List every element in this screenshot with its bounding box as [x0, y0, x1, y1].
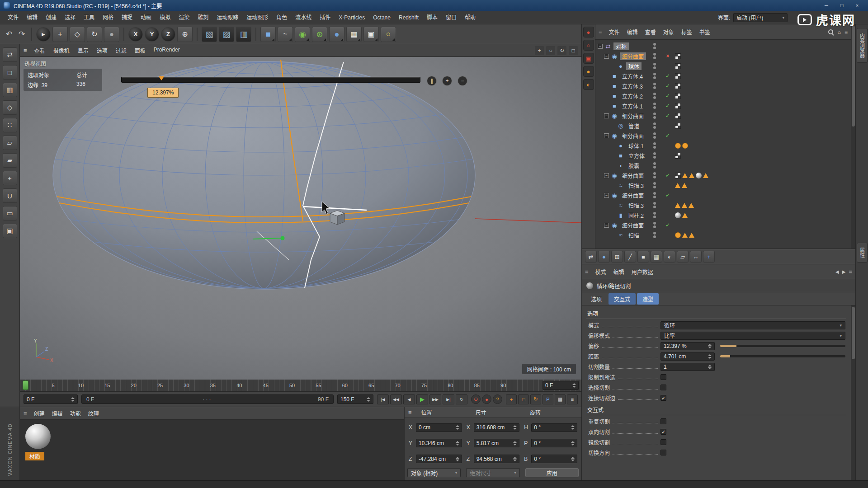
tree-row[interactable]: −◉细分曲面✓	[595, 220, 851, 230]
spinner[interactable]	[571, 383, 576, 388]
maximize-button[interactable]: □	[835, 1, 849, 10]
edges-mode-icon[interactable]: ▱	[3, 136, 17, 150]
expand-icon[interactable]: −	[604, 54, 609, 59]
menu-character[interactable]: 角色	[272, 11, 291, 24]
goto-prev-key-button[interactable]: ◀◀	[390, 394, 402, 404]
cut-offset-slider[interactable]	[121, 77, 420, 83]
checkbox[interactable]: ✓	[660, 395, 666, 401]
record-rotation-button[interactable]: ↻	[530, 394, 541, 404]
coord-value-field[interactable]: 5.817 cm	[474, 439, 520, 447]
menu-motion-tracker[interactable]: 运动跟踪	[212, 11, 242, 24]
current-frame-marker[interactable]	[23, 380, 28, 390]
play-button[interactable]: ▶	[416, 394, 428, 404]
record-position-button[interactable]: +	[506, 394, 517, 404]
tree-row[interactable]: ●球体	[595, 61, 851, 71]
checkbox[interactable]	[660, 374, 666, 380]
convert-selection-icon[interactable]: ⇄	[585, 251, 597, 263]
material-ball-icon[interactable]: ◐	[583, 79, 594, 90]
tri-tag-icon[interactable]	[682, 173, 688, 178]
viewport-canvas[interactable]: 透视视图 选取对象 总计 边缘 39 336 12.397% ∥ + − Y X	[20, 57, 581, 380]
coordinate-system-icon[interactable]: ⊕	[177, 27, 193, 42]
menu-render[interactable]: 渲染	[175, 11, 193, 24]
spinner[interactable]	[511, 457, 517, 461]
render-queue-icon[interactable]: ▥	[236, 27, 251, 42]
coord-value-field[interactable]: 0 °	[531, 455, 577, 463]
preview-range-slider[interactable]: 0 F ··· 90 F	[81, 394, 334, 404]
orange-dot-icon[interactable]: ●	[583, 66, 594, 77]
rotate-tool-icon[interactable]: ↻	[87, 27, 102, 42]
tri-tag-icon[interactable]	[682, 233, 688, 238]
half-sphere-icon[interactable]: ◐	[664, 251, 675, 263]
object-label[interactable]: 细分曲面	[620, 172, 646, 179]
tree-row[interactable]: ≈扫描.3	[595, 180, 851, 190]
primitive-cube-icon[interactable]: ■	[260, 27, 276, 42]
record-keyframe-button[interactable]: ⊙	[471, 394, 481, 404]
tab-modeling[interactable]: 造型	[637, 293, 659, 305]
visibility-dots[interactable]	[653, 212, 656, 218]
make-editable-icon[interactable]: ⇄	[3, 47, 17, 62]
spinner[interactable]	[706, 365, 712, 369]
panel-grip-icon[interactable]: ≡	[24, 410, 27, 417]
light-take-icon[interactable]: ○	[583, 40, 594, 51]
checkbox[interactable]	[660, 385, 666, 390]
tab-options[interactable]: 选项	[585, 293, 607, 305]
checker-tag-icon[interactable]	[675, 93, 681, 99]
menu-plugins[interactable]: 插件	[316, 11, 335, 24]
offset-mode-dropdown[interactable]: 比率 ▾	[660, 332, 845, 340]
visibility-dots[interactable]	[653, 182, 656, 188]
vp-menu-prorender[interactable]: ProRender	[150, 47, 184, 54]
checker-tag-icon[interactable]	[675, 173, 681, 178]
tree-row[interactable]: ◖胶囊	[595, 160, 851, 170]
menu-tools[interactable]: 工具	[80, 11, 99, 24]
workplane-icon[interactable]: ▭	[3, 206, 17, 221]
viewport-3d-scene[interactable]	[20, 57, 581, 380]
live-selection-icon[interactable]: ►	[36, 27, 51, 42]
menu-simulate[interactable]: 模拟	[156, 11, 175, 24]
checker-tag-icon[interactable]	[675, 103, 681, 109]
maximize-icon[interactable]: □	[569, 46, 578, 55]
tree-row[interactable]: ■立方体.3✓	[595, 81, 851, 91]
menu-script[interactable]: 脚本	[423, 11, 442, 24]
visibility-dots[interactable]	[653, 73, 656, 79]
object-label[interactable]: 对称	[613, 42, 629, 50]
size-mode-dropdown[interactable]: 绝对尺寸 ▾	[466, 468, 519, 477]
menu-mesh[interactable]: 网格	[99, 11, 118, 24]
array-icon[interactable]: ⊞	[611, 251, 623, 263]
checker-tag-icon[interactable]	[675, 153, 681, 159]
mat-menu-function[interactable]: 功能	[66, 409, 85, 417]
cube-gizmo[interactable]	[330, 211, 344, 225]
generator-state-icon[interactable]: ×	[664, 53, 671, 59]
cuts-input[interactable]: 1	[660, 363, 715, 371]
expand-icon[interactable]: −	[604, 223, 609, 228]
lock-y-axis-icon[interactable]: Y	[145, 27, 159, 42]
pan-icon[interactable]: +	[535, 46, 544, 55]
orbit-icon[interactable]: ↻	[557, 46, 566, 55]
object-label[interactable]: 管道	[626, 122, 642, 130]
menu-redshift[interactable]: Redshift	[395, 11, 423, 24]
goto-end-button[interactable]: ▶|	[443, 394, 454, 404]
lock-z-axis-icon[interactable]: Z	[161, 27, 175, 42]
tree-row[interactable]: ≈扫描.3	[595, 200, 851, 210]
visibility-dots[interactable]	[653, 93, 656, 99]
object-label[interactable]: 立方体.4	[620, 72, 645, 80]
record-take-icon[interactable]: ●	[583, 27, 594, 38]
dot-tag-icon[interactable]	[682, 143, 688, 149]
search-icon[interactable]	[828, 29, 834, 35]
camera-icon[interactable]: ▣	[363, 27, 379, 42]
current-frame-field[interactable]: 0 F	[24, 394, 78, 404]
visibility-dots[interactable]	[653, 53, 656, 59]
object-label[interactable]: 细分曲面	[620, 52, 646, 60]
points-mode-icon[interactable]: ∷	[3, 118, 17, 132]
spline-pen-icon[interactable]: ~	[278, 27, 293, 42]
generator-state-icon[interactable]: ✓	[664, 192, 671, 198]
zoom-icon[interactable]: ○	[546, 46, 555, 55]
interface-dropdown[interactable]: 启动 (用户) ▾	[733, 13, 788, 22]
range-grip[interactable]: ···	[203, 396, 212, 403]
tree-row[interactable]: ◎管道	[595, 121, 851, 131]
checkbox[interactable]	[660, 439, 666, 445]
dot-tag-icon[interactable]	[675, 232, 681, 238]
section-options[interactable]: 选项	[586, 308, 846, 319]
model-mode-icon[interactable]: □	[3, 65, 17, 80]
panel-menu-icon[interactable]: ≡	[849, 268, 852, 275]
coord-value-field[interactable]: -47.284 cm	[416, 455, 462, 463]
